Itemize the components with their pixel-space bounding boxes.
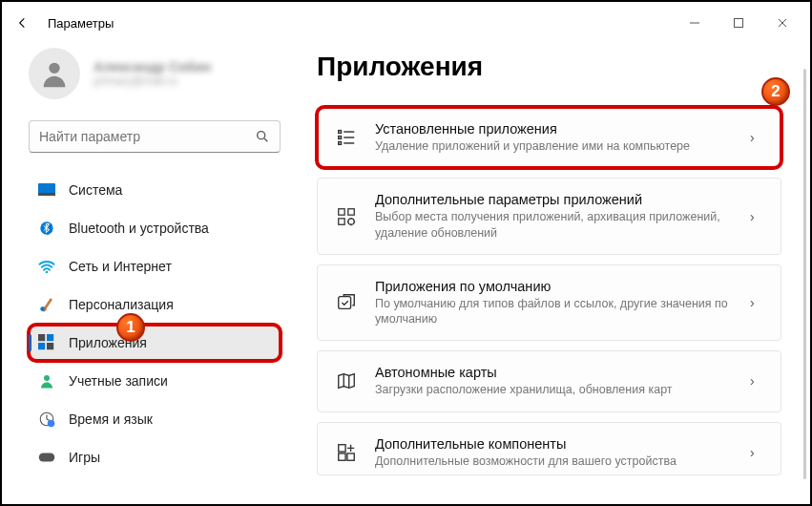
maximize-button[interactable] <box>717 8 760 38</box>
back-button[interactable] <box>8 8 38 38</box>
svg-line-6 <box>264 138 267 141</box>
card-title: Дополнительные параметры приложений <box>375 192 733 207</box>
search-icon <box>255 129 270 144</box>
svg-rect-12 <box>38 334 45 341</box>
svg-rect-30 <box>339 297 351 309</box>
annotation-badge-2: 2 <box>761 77 790 106</box>
sidebar-item-label: Система <box>69 182 122 198</box>
sidebar-item-bluetooth[interactable]: Bluetooth и устройства <box>29 210 281 246</box>
svg-point-11 <box>40 306 45 311</box>
card-subtitle: Выбор места получения приложений, архива… <box>375 209 733 241</box>
user-email: primary@mail.ru <box>94 74 211 88</box>
svg-point-4 <box>49 63 59 74</box>
chevron-right-icon: › <box>750 295 763 310</box>
gaming-icon <box>38 449 55 466</box>
card-advanced-app-settings[interactable]: Дополнительные параметры приложений Выбо… <box>317 178 781 255</box>
user-profile[interactable]: Александр Собин primary@mail.ru <box>29 48 281 99</box>
svg-rect-20 <box>339 131 342 134</box>
svg-rect-26 <box>339 208 344 214</box>
list-icon <box>335 126 358 149</box>
svg-rect-21 <box>339 137 342 139</box>
sidebar-item-time-language[interactable]: Время и язык <box>29 401 281 437</box>
chevron-right-icon: › <box>750 130 763 145</box>
bluetooth-icon <box>38 220 55 237</box>
sidebar-item-label: Время и язык <box>69 411 153 427</box>
default-apps-icon <box>335 291 358 314</box>
svg-point-10 <box>46 271 49 273</box>
card-title: Дополнительные компоненты <box>375 436 733 452</box>
sidebar-nav: Система Bluetooth и устройства Сеть и Ин… <box>29 172 281 475</box>
card-subtitle: По умолчанию для типов файлов и ссылок, … <box>375 296 733 327</box>
add-feature-icon <box>335 441 358 464</box>
apps-icon <box>38 334 55 351</box>
svg-rect-15 <box>47 343 53 349</box>
wifi-icon <box>38 258 55 275</box>
sidebar-item-network[interactable]: Сеть и Интернет <box>29 248 281 285</box>
card-subtitle: Удаление приложений и управление ими на … <box>375 138 733 154</box>
sidebar: Александр Собин primary@mail.ru Система … <box>2 44 298 504</box>
card-subtitle: Дополнительные возможности для вашего ус… <box>375 453 733 469</box>
svg-rect-19 <box>39 453 55 462</box>
sidebar-item-personalization[interactable]: Персонализация <box>29 286 281 323</box>
svg-rect-14 <box>38 343 45 349</box>
window-controls <box>673 8 804 38</box>
card-title: Приложения по умолчанию <box>375 279 733 294</box>
svg-rect-22 <box>339 142 342 145</box>
chevron-right-icon: › <box>750 445 763 460</box>
accounts-icon <box>38 372 55 390</box>
sidebar-item-gaming[interactable]: Игры <box>29 439 281 475</box>
card-default-apps[interactable]: Приложения по умолчанию По умолчанию для… <box>317 264 781 342</box>
search-box[interactable] <box>29 120 281 153</box>
svg-point-5 <box>258 132 265 139</box>
sidebar-item-label: Сеть и Интернет <box>69 259 172 274</box>
card-title: Автономные карты <box>375 365 733 380</box>
chevron-right-icon: › <box>750 373 763 389</box>
svg-rect-28 <box>339 218 344 223</box>
search-input[interactable] <box>39 129 255 144</box>
clock-globe-icon <box>38 411 55 428</box>
svg-point-29 <box>348 218 354 223</box>
user-name: Александр Собин <box>94 59 211 74</box>
svg-rect-27 <box>348 208 354 214</box>
svg-point-16 <box>44 375 50 381</box>
svg-rect-8 <box>38 193 55 196</box>
map-icon <box>335 369 358 392</box>
sidebar-item-label: Персонализация <box>69 297 174 312</box>
sidebar-item-system[interactable]: Система <box>29 172 281 208</box>
close-button[interactable] <box>760 8 804 38</box>
card-installed-apps[interactable]: Установленные приложения Удаление прилож… <box>317 107 781 168</box>
sidebar-item-accounts[interactable]: Учетные записи <box>29 363 281 399</box>
sidebar-item-label: Bluetooth и устройства <box>69 221 209 236</box>
window-title: Параметры <box>48 16 114 31</box>
apps-gear-icon <box>335 205 358 228</box>
annotation-badge-1: 1 <box>116 313 145 342</box>
main-content: Приложения Установленные приложения Удал… <box>298 44 810 504</box>
card-optional-features[interactable]: Дополнительные компоненты Дополнительные… <box>317 422 781 475</box>
brush-icon <box>38 296 55 313</box>
titlebar: Параметры <box>2 2 810 44</box>
card-subtitle: Загрузки расположение хранилища, обновле… <box>375 382 733 397</box>
sidebar-item-label: Игры <box>69 450 100 465</box>
chevron-right-icon: › <box>750 209 763 224</box>
svg-point-18 <box>48 420 55 428</box>
page-title: Приложения <box>317 52 781 82</box>
sidebar-item-apps[interactable]: Приложения 1 <box>29 325 281 361</box>
avatar <box>29 48 80 99</box>
svg-rect-33 <box>347 453 354 460</box>
sidebar-item-label: Учетные записи <box>69 373 168 389</box>
svg-rect-13 <box>47 334 53 341</box>
svg-rect-31 <box>339 444 345 451</box>
system-icon <box>38 181 55 199</box>
card-offline-maps[interactable]: Автономные карты Загрузки расположение х… <box>317 350 781 411</box>
card-title: Установленные приложения <box>375 121 733 137</box>
minimize-button[interactable] <box>673 8 717 38</box>
svg-rect-1 <box>735 19 743 28</box>
scrollbar-vertical[interactable] <box>803 69 806 479</box>
svg-rect-32 <box>339 453 345 460</box>
